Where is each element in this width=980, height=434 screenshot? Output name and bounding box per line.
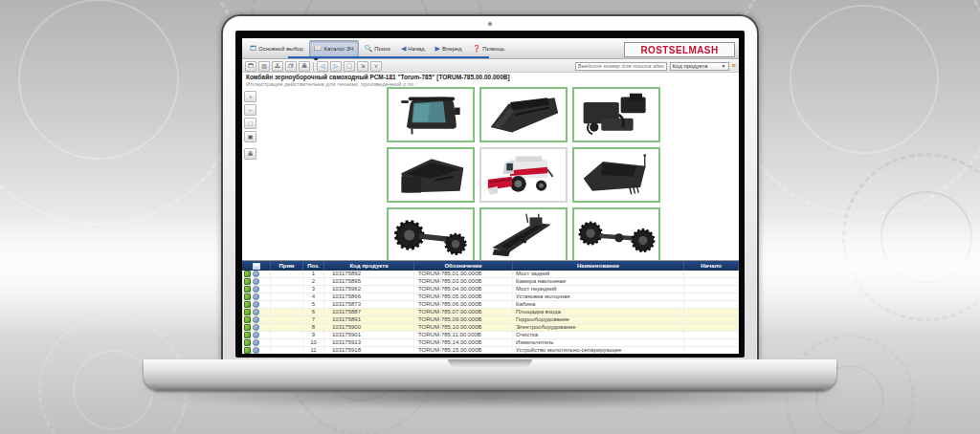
main-toolbar: 🗔 Основной выбор 📖 Каталог ЗЧ 🔍 Поиск ◀ … bbox=[242, 38, 739, 59]
product-code-dropdown[interactable]: Код продукта ▼ bbox=[670, 62, 729, 71]
grid-item-chassis[interactable] bbox=[479, 207, 568, 263]
illustration-icon[interactable] bbox=[244, 301, 251, 308]
selection-icon: 🗔 bbox=[250, 45, 256, 52]
info-icon[interactable] bbox=[253, 316, 259, 323]
table-row[interactable]: 10 103175913 TORUM-785.14.00.000В Измель… bbox=[242, 339, 739, 347]
info-icon[interactable] bbox=[253, 309, 259, 315]
cell-name: Гидрооборудование bbox=[513, 316, 684, 323]
webcam-dot bbox=[488, 22, 492, 26]
forward-icon: ▶ bbox=[434, 45, 439, 52]
actual-size-icon[interactable]: ▣ bbox=[244, 131, 256, 142]
gear-sketch bbox=[0, 0, 245, 226]
info-icon[interactable] bbox=[253, 347, 259, 354]
grid-item-chopper[interactable] bbox=[572, 147, 660, 203]
table-row[interactable]: 11 103175918 TORUM-785.15.00.000В Устрой… bbox=[242, 347, 739, 354]
table-row[interactable]: 8 103175900 TORUM-785.10.00.000В Электро… bbox=[242, 324, 739, 332]
info-icon[interactable] bbox=[253, 271, 259, 277]
fit-page-icon[interactable]: ⬚ bbox=[244, 118, 256, 129]
cell-note bbox=[271, 316, 303, 323]
grid-item-cabin[interactable] bbox=[387, 87, 475, 142]
tab-parts-catalog[interactable]: 📖 Каталог ЗЧ bbox=[309, 40, 359, 57]
illustration-icon[interactable] bbox=[244, 332, 251, 338]
prev-icon[interactable]: ◁ bbox=[317, 61, 328, 72]
table-row[interactable]: 4 103175866 TORUM-785.05.00.000В Установ… bbox=[242, 293, 739, 301]
cell-designation: TORUM-785.04.00.000В bbox=[414, 286, 513, 293]
table-row[interactable]: 9 103175901 TORUM-785.11.00.000В Очистка bbox=[242, 332, 739, 339]
table-row[interactable]: 2 103175895 TORUM-785.03.00.000В Камера … bbox=[242, 278, 739, 286]
filter-icon[interactable]: ⋎ bbox=[370, 61, 382, 72]
table-row[interactable]: 3 103175962 TORUM-785.04.00.000В Мост пе… bbox=[242, 286, 739, 293]
info-icon[interactable] bbox=[253, 332, 259, 338]
grid-item-feeder[interactable] bbox=[479, 87, 568, 142]
cell-position: 8 bbox=[303, 324, 324, 331]
window-icon[interactable]: 🗔 bbox=[245, 61, 256, 72]
row-icons bbox=[242, 301, 271, 308]
tab-back[interactable]: ◀ Назад bbox=[396, 40, 430, 57]
illustration-icon[interactable] bbox=[244, 286, 251, 293]
cell-name: Камера наклонная bbox=[513, 278, 684, 285]
row-icons bbox=[242, 271, 271, 277]
info-icon[interactable] bbox=[253, 301, 259, 308]
columns-icon[interactable]: ▥ bbox=[258, 61, 270, 72]
table-row[interactable]: 1 103175892 TORUM-785.01.00.000В Мост за… bbox=[242, 271, 739, 278]
cell-start bbox=[684, 339, 739, 346]
illustration-icon[interactable] bbox=[244, 347, 251, 354]
cell-position: 6 bbox=[303, 309, 324, 315]
zoom-in-icon[interactable]: ＋ bbox=[244, 91, 256, 102]
illustration-icon[interactable] bbox=[244, 271, 251, 277]
tree-icon[interactable]: 🖧 bbox=[272, 61, 283, 72]
cell-product-code: 103175891 bbox=[324, 316, 414, 323]
cell-note bbox=[271, 271, 303, 277]
export-icon[interactable]: ⇲ bbox=[357, 61, 368, 72]
header-name: Наименование bbox=[513, 261, 684, 271]
tab-forward[interactable]: ▶ Вперед bbox=[430, 40, 466, 57]
cell-position: 11 bbox=[303, 347, 324, 354]
illustration-icon[interactable] bbox=[244, 293, 251, 300]
tab-search[interactable]: 🔍 Поиск bbox=[360, 40, 395, 57]
grid-item-front-axle[interactable] bbox=[572, 207, 660, 263]
illustration-icon[interactable] bbox=[244, 309, 251, 315]
toolbar-separator bbox=[313, 62, 314, 71]
print-icon[interactable]: 🖶 bbox=[299, 61, 310, 72]
info-icon[interactable] bbox=[253, 324, 259, 331]
part-number-search-input[interactable] bbox=[575, 62, 667, 71]
table-row[interactable]: 6 103175887 TORUM-785.07.00.000В Площадк… bbox=[242, 309, 739, 316]
grid-item-engine-unit[interactable] bbox=[572, 87, 660, 142]
table-row[interactable]: 5 103175873 TORUM-785.06.00.000В Кабина bbox=[242, 301, 739, 309]
cell-start bbox=[684, 286, 739, 293]
row-icons bbox=[242, 278, 271, 285]
cell-start bbox=[684, 309, 739, 315]
tab-help[interactable]: ❓ Помощь bbox=[468, 40, 510, 57]
screen-icon[interactable]: 🖵 bbox=[344, 61, 355, 72]
cell-product-code: 103175892 bbox=[324, 271, 414, 277]
rostselmash-logo: ROSTSELMASH bbox=[624, 42, 735, 57]
cell-name: Электрооборудование bbox=[513, 324, 684, 331]
cell-name: Устройство молотильно-сепарирующее bbox=[513, 347, 684, 354]
illustration-icon[interactable] bbox=[244, 316, 251, 323]
grid-item-rear-axle[interactable] bbox=[387, 207, 475, 263]
parts-table-body: 1 103175892 TORUM-785.01.00.000В Мост за… bbox=[242, 271, 739, 354]
layers-icon[interactable]: 🗇 bbox=[285, 61, 297, 72]
info-icon[interactable] bbox=[253, 278, 259, 285]
tab-main-selection[interactable]: 🗔 Основной выбор bbox=[245, 40, 308, 57]
illustration-icon[interactable] bbox=[244, 324, 251, 331]
print-page-icon[interactable]: 🖶 bbox=[244, 148, 256, 160]
next-icon[interactable]: ▷ bbox=[330, 61, 342, 72]
go-icon[interactable]: » bbox=[732, 62, 736, 70]
info-icon[interactable] bbox=[253, 339, 259, 346]
info-icon[interactable] bbox=[253, 286, 259, 293]
header-product-code: Код продукта bbox=[324, 261, 414, 271]
illustration-icon[interactable] bbox=[244, 339, 251, 346]
table-row[interactable]: 7 103175891 TORUM-785.09.00.000В Гидрооб… bbox=[242, 316, 739, 324]
cell-position: 1 bbox=[303, 271, 324, 277]
grid-item-grain-tank[interactable] bbox=[387, 147, 475, 203]
cell-product-code: 103175900 bbox=[324, 324, 414, 331]
illustration-icon[interactable] bbox=[244, 278, 251, 285]
zoom-out-icon[interactable]: − bbox=[244, 104, 256, 116]
info-icon[interactable] bbox=[253, 293, 259, 300]
cell-designation: TORUM-785.06.00.000В bbox=[414, 301, 513, 308]
cell-name: Очистка bbox=[513, 332, 684, 338]
grid-item-combine[interactable] bbox=[479, 147, 568, 203]
row-icons bbox=[242, 293, 271, 300]
cell-name: Измельчитель bbox=[513, 339, 684, 346]
